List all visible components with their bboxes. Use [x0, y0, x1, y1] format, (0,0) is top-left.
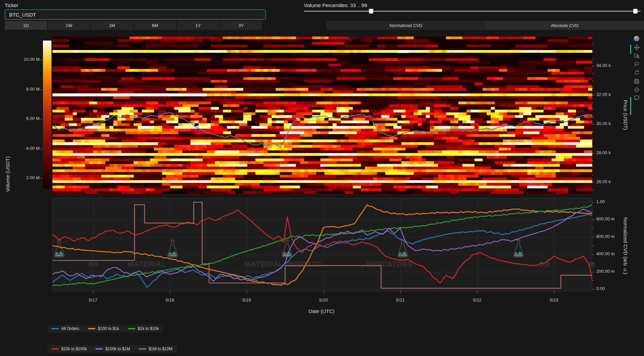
- tick-mark: [592, 254, 595, 255]
- range-button-1w[interactable]: 1W: [48, 21, 90, 30]
- tick-mark: [592, 146, 594, 146]
- tab-absolute-cvd[interactable]: Absolute CVD: [485, 21, 644, 30]
- tick-mark: [592, 110, 594, 110]
- tab-normalized-cvd[interactable]: Normalized CVD: [327, 21, 485, 30]
- cvd-tabs: Normalized CVDAbsolute CVD: [327, 21, 644, 30]
- cvd-tick-label: 200.00 m: [596, 269, 615, 274]
- range-button-1y[interactable]: 1Y: [177, 21, 219, 30]
- range-button-6m[interactable]: 6M: [134, 21, 176, 30]
- cvd-tick-label: 400.00 m: [596, 251, 615, 256]
- colorbar-tick-label: 2.00 M: [26, 175, 40, 180]
- cvd-tick-label: 600.00 m: [596, 234, 615, 239]
- tick-mark: [592, 272, 595, 272]
- colorbar-tick-label: 10.00 M: [24, 57, 40, 62]
- legend-item-all-orders[interactable]: All Orders: [51, 326, 79, 331]
- tick-mark: [592, 202, 595, 203]
- legend-item--100-to-1k[interactable]: $100 to $1k: [88, 326, 119, 331]
- legend-item--1k-to-10k[interactable]: $1k to $10k: [128, 326, 159, 331]
- cvd-tick-label: 1.00: [596, 199, 605, 204]
- normalized-cvd-plot[interactable]: [52, 198, 592, 291]
- plotly-logo-icon[interactable]: [634, 36, 639, 41]
- slider-handle-high[interactable]: [633, 9, 638, 14]
- tick-mark: [592, 211, 594, 211]
- tick-mark: [592, 219, 595, 220]
- colorbar-tick-label: 6.00 M: [26, 116, 40, 121]
- tick-mark: [592, 95, 595, 95]
- date-tick-label: 5/19: [242, 298, 251, 303]
- date-tick-label: 5/20: [319, 298, 328, 303]
- tick-mark: [592, 246, 594, 246]
- price-tick-label: 26.00 k: [596, 179, 611, 184]
- volume-percentiles-label: Volume Percentiles: 33 .. 99: [304, 2, 367, 8]
- tick-mark: [592, 263, 594, 263]
- pan-icon[interactable]: [634, 45, 640, 50]
- toggle-spikelines-icon[interactable]: [634, 87, 640, 93]
- legend-item--100k-to-1m[interactable]: $100k to $1M: [95, 347, 130, 351]
- tick-mark: [592, 139, 594, 139]
- cvd-tick-label: 0.00: [596, 286, 605, 291]
- volume-heatmap-plot[interactable]: [52, 37, 592, 194]
- tick-mark: [40, 60, 42, 60]
- colorbar-tick-label: 8.00 M: [26, 87, 40, 92]
- legend-label: $1M to $10M: [149, 347, 172, 351]
- tick-mark: [592, 59, 594, 59]
- range-button-1d[interactable]: 1D: [5, 21, 47, 30]
- date-tick-label: 5/22: [473, 298, 481, 303]
- tick-mark: [592, 228, 594, 229]
- legend-swatch: [88, 328, 95, 329]
- price-tick-label: 34.00 k: [596, 63, 611, 68]
- legend-swatch: [128, 328, 135, 329]
- date-tick-label: 5/17: [89, 298, 97, 303]
- legend-label: All Orders: [61, 326, 79, 331]
- tick-mark: [592, 153, 595, 153]
- tick-mark: [40, 90, 42, 90]
- legend-item--10k-to-100k[interactable]: $10k to $100k: [51, 347, 87, 351]
- legend-row-1: All Orders$100 to $1k$1k to $10k: [47, 325, 163, 332]
- price-tick-label: 32.00 k: [596, 92, 611, 97]
- tick-mark: [170, 291, 170, 293]
- modebar-active-indicator-hover: [630, 97, 631, 115]
- range-buttons: 1D1W1M6M1Y3Y: [5, 21, 262, 30]
- modebar-active-indicator-pan: [630, 45, 631, 54]
- legend-row-2: $10k to $100k$100k to $1M$1M to $10M: [47, 345, 177, 353]
- tick-mark: [592, 132, 594, 132]
- trading-dashboard: Ticker Volume Percentiles: 33 .. 99 1D1W…: [0, 0, 644, 356]
- price-axis-title: Price (USDT): [623, 100, 628, 130]
- legend-item--1m-to-10m[interactable]: $1M to $10M: [139, 347, 172, 351]
- plot-modebar: [632, 35, 641, 102]
- legend-swatch: [95, 348, 103, 350]
- cvd-axis-title: Normalized CVD (arb. u.): [623, 217, 628, 274]
- ticker-input[interactable]: [5, 9, 266, 20]
- hover-mode-icon[interactable]: [634, 95, 640, 101]
- tick-mark: [592, 175, 594, 175]
- legend-label: $10k to $100k: [61, 347, 87, 351]
- range-button-1m[interactable]: 1M: [91, 21, 133, 30]
- save-icon[interactable]: [634, 78, 640, 84]
- tick-mark: [592, 182, 595, 183]
- lasso-select-icon[interactable]: [634, 62, 640, 67]
- price-tick-label: 28.00 k: [596, 150, 611, 155]
- date-tick-label: 5/21: [396, 298, 404, 303]
- tick-mark: [400, 291, 401, 293]
- ticker-label: Ticker: [5, 2, 18, 8]
- cvd-tick-label: 800.00 m: [596, 216, 615, 221]
- price-tick-label: 30.00 k: [596, 121, 611, 126]
- tick-mark: [554, 291, 554, 293]
- tick-mark: [592, 161, 594, 161]
- tick-mark: [592, 168, 594, 168]
- reset-axes-icon[interactable]: [634, 70, 640, 76]
- box-zoom-icon[interactable]: [634, 53, 640, 59]
- tick-mark: [592, 117, 594, 117]
- tick-mark: [592, 51, 594, 52]
- tick-mark: [247, 291, 247, 293]
- legend-swatch: [51, 348, 59, 350]
- tick-mark: [40, 119, 42, 119]
- range-button-3y[interactable]: 3Y: [220, 21, 262, 30]
- tick-mark: [40, 149, 42, 149]
- tick-mark: [40, 178, 42, 179]
- date-tick-label: 5/23: [550, 298, 558, 303]
- volume-percentiles-slider[interactable]: [304, 11, 641, 11]
- tick-mark: [592, 237, 595, 237]
- slider-handle-low[interactable]: [369, 9, 373, 14]
- tick-mark: [477, 291, 478, 293]
